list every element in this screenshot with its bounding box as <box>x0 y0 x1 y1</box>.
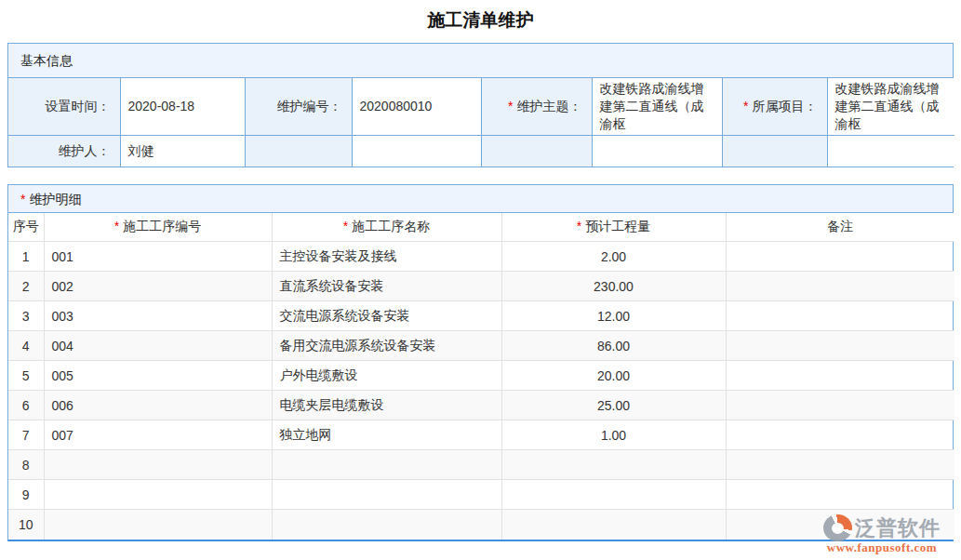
field-label-project: *所属项目： <box>722 78 827 136</box>
field-value-maintainer[interactable]: 刘健 <box>120 136 245 167</box>
field-value-maintenance-no[interactable]: 2020080010 <box>352 78 481 136</box>
cell-estimated-quantity[interactable] <box>501 510 726 540</box>
detail-table-header-row: 序号 *施工工序编号 *施工工序名称 *预计工程量 备注 <box>8 213 954 242</box>
col-header-estimated-quantity: *预计工程量 <box>501 213 726 242</box>
cell-remark[interactable] <box>726 361 954 391</box>
fanpu-logo-icon <box>823 514 852 541</box>
row-seq-number: 10 <box>8 510 44 540</box>
cell-process-name[interactable]: 主控设备安装及接线 <box>272 242 501 272</box>
cell-remark[interactable] <box>726 480 954 510</box>
cell-process-code[interactable] <box>44 450 272 480</box>
table-row: 3 003 交流电源系统设备安装 12.00 <box>8 301 954 331</box>
page-title: 施工清单维护 <box>0 7 961 33</box>
table-row: 4 004 备用交流电源系统设备安装 86.00 <box>8 331 954 361</box>
cell-remark[interactable] <box>726 450 954 480</box>
cell-estimated-quantity[interactable]: 20.00 <box>501 361 726 391</box>
table-row: 6 006 电缆夹层电缆敷设 25.00 <box>8 391 954 420</box>
required-asterisk: * <box>20 192 25 207</box>
table-row: 1 001 主控设备安装及接线 2.00 <box>8 242 954 272</box>
empty-label-cell <box>722 136 827 167</box>
detail-table-body: 1 001 主控设备安装及接线 2.00 2 002 直流系统设备安装 230.… <box>8 242 954 540</box>
row-seq-number: 6 <box>8 391 44 420</box>
cell-process-name[interactable] <box>272 480 501 510</box>
cell-process-name[interactable] <box>272 510 501 540</box>
cell-remark[interactable] <box>726 391 954 420</box>
cell-process-name[interactable]: 电缆夹层电缆敷设 <box>272 391 501 420</box>
cell-estimated-quantity[interactable] <box>501 480 726 510</box>
field-label-maintenance-no: 维护编号： <box>245 78 352 136</box>
cell-estimated-quantity[interactable] <box>501 450 726 480</box>
required-asterisk: * <box>743 99 748 113</box>
table-row: 7 007 独立地网 1.00 <box>8 420 954 450</box>
basic-info-table: 设置时间： 2020-08-18 维护编号： 2020080010 *维护主题：… <box>8 78 954 167</box>
required-asterisk: * <box>114 219 119 233</box>
cell-remark[interactable] <box>726 301 954 331</box>
row-seq-number: 3 <box>8 301 44 331</box>
cell-remark[interactable] <box>726 331 954 361</box>
cell-process-name[interactable]: 交流电源系统设备安装 <box>272 301 501 331</box>
field-value-set-time[interactable]: 2020-08-18 <box>120 78 245 136</box>
table-row: 9 <box>8 480 954 510</box>
required-asterisk: * <box>343 219 348 233</box>
required-asterisk: * <box>577 219 581 233</box>
table-row: 10 <box>8 510 954 540</box>
basic-info-section-title: 基本信息 <box>8 44 953 78</box>
cell-process-name[interactable]: 独立地网 <box>272 420 501 450</box>
basic-info-panel: 基本信息 设置时间： 2020-08-18 维护编号： 2020080010 *… <box>7 43 954 167</box>
required-asterisk: * <box>508 99 513 113</box>
cell-process-name[interactable]: 备用交流电源系统设备安装 <box>272 331 501 361</box>
cell-estimated-quantity[interactable]: 230.00 <box>501 272 726 301</box>
col-header-process-code: *施工工序编号 <box>44 213 272 242</box>
maintenance-detail-section-title: *维护明细 <box>8 185 953 213</box>
cell-estimated-quantity[interactable]: 1.00 <box>501 420 726 450</box>
vendor-watermark: 泛普软件 www.fanpusoft.com <box>823 514 941 555</box>
cell-process-code[interactable]: 003 <box>44 301 272 331</box>
cell-remark[interactable] <box>726 272 954 301</box>
table-row: 8 <box>8 450 954 480</box>
cell-process-code[interactable] <box>44 480 272 510</box>
maintenance-detail-table: 序号 *施工工序编号 *施工工序名称 *预计工程量 备注 1 001 主控设备安… <box>8 213 954 540</box>
col-header-process-name: *施工工序名称 <box>272 213 501 242</box>
cell-process-code[interactable]: 001 <box>44 242 272 272</box>
table-row: 2 002 直流系统设备安装 230.00 <box>8 272 954 301</box>
row-seq-number: 9 <box>8 480 44 510</box>
cell-remark[interactable] <box>726 242 954 272</box>
col-header-seq: 序号 <box>8 213 44 242</box>
cell-estimated-quantity[interactable]: 12.00 <box>501 301 726 331</box>
maintenance-detail-panel: *维护明细 序号 *施工工序编号 *施工工序名称 *预计工程量 备注 1 001… <box>7 184 954 541</box>
cell-process-name[interactable] <box>272 450 501 480</box>
field-value-project[interactable]: 改建铁路成渝线增建第二直通线（成渝枢 <box>827 78 954 136</box>
cell-process-code[interactable]: 005 <box>44 361 272 391</box>
empty-value-cell <box>352 136 481 167</box>
cell-process-name[interactable]: 户外电缆敷设 <box>272 361 501 391</box>
row-seq-number: 2 <box>8 272 44 301</box>
row-seq-number: 4 <box>8 331 44 361</box>
field-label-maintainer: 维护人： <box>8 136 120 167</box>
vendor-website-url: www.fanpusoft.com <box>823 540 941 555</box>
col-header-remark: 备注 <box>726 213 954 242</box>
field-label-maintenance-subject: *维护主题： <box>481 78 592 136</box>
field-value-maintenance-subject[interactable]: 改建铁路成渝线增建第二直通线（成渝枢 <box>592 78 722 136</box>
empty-label-cell <box>245 136 352 167</box>
cell-process-code[interactable] <box>44 510 272 540</box>
empty-value-cell <box>592 136 722 167</box>
empty-value-cell <box>827 136 954 167</box>
table-row: 5 005 户外电缆敷设 20.00 <box>8 361 954 391</box>
vendor-brand-name: 泛普软件 <box>855 517 941 540</box>
row-seq-number: 5 <box>8 361 44 391</box>
cell-process-code[interactable]: 004 <box>44 331 272 361</box>
empty-label-cell <box>481 136 592 167</box>
cell-process-code[interactable]: 007 <box>44 420 272 450</box>
row-seq-number: 8 <box>8 450 44 480</box>
row-seq-number: 1 <box>8 242 44 272</box>
cell-estimated-quantity[interactable]: 2.00 <box>501 242 726 272</box>
cell-estimated-quantity[interactable]: 25.00 <box>501 391 726 420</box>
field-label-set-time: 设置时间： <box>8 78 120 136</box>
cell-estimated-quantity[interactable]: 86.00 <box>501 331 726 361</box>
row-seq-number: 7 <box>8 420 44 450</box>
cell-process-code[interactable]: 002 <box>44 272 272 301</box>
cell-process-name[interactable]: 直流系统设备安装 <box>272 272 501 301</box>
cell-remark[interactable] <box>726 420 954 450</box>
cell-process-code[interactable]: 006 <box>44 391 272 420</box>
